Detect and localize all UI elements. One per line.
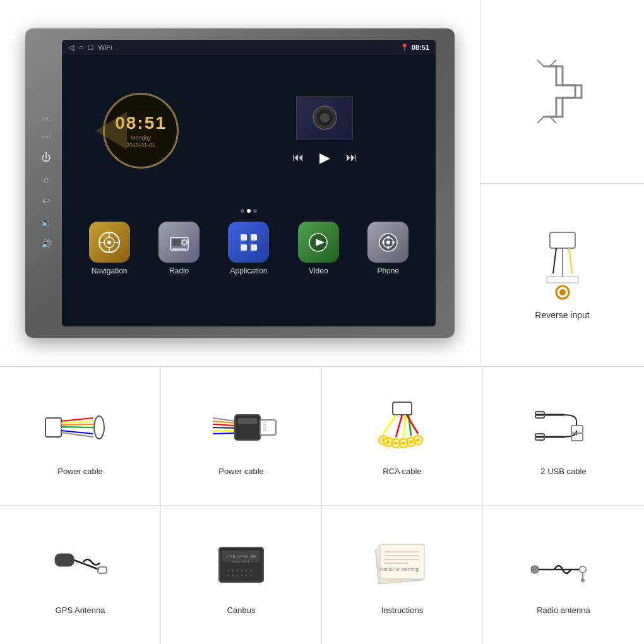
- svg-point-75: [416, 438, 420, 442]
- svg-line-31: [569, 248, 572, 273]
- nav-app-icon[interactable]: Navigation: [89, 222, 130, 275]
- instructions-label: Instructions: [381, 605, 423, 615]
- power-cable-1-cell: Power cable: [0, 367, 161, 506]
- svg-text:Rev: 1P0L: Rev: 1P0L: [232, 560, 251, 564]
- bracket-icon: [525, 54, 600, 129]
- svg-rect-103: [380, 544, 424, 579]
- dot-2: [247, 209, 251, 213]
- svg-text:Thanks for watching!: Thanks for watching!: [379, 567, 420, 572]
- svg-rect-13: [241, 244, 247, 251]
- power-cable-1-label: Power cable: [57, 467, 103, 476]
- power-cable-2-cell: Power cable: [161, 367, 322, 506]
- phone-app-icon[interactable]: Phone: [367, 222, 408, 275]
- svg-point-9: [182, 240, 187, 245]
- svg-point-93: [246, 569, 247, 571]
- video-app-icon[interactable]: Video: [298, 222, 339, 275]
- svg-rect-110: [531, 566, 539, 573]
- fast-forward-button[interactable]: ⏭: [346, 151, 357, 164]
- power-cable-2-icon: [203, 396, 279, 459]
- home-side-button[interactable]: ⌂: [39, 172, 53, 186]
- screen-main: 08:51 Monday 2018-01-01 ⏮ ▶: [62, 55, 436, 326]
- video-icon: [298, 222, 339, 263]
- svg-point-67: [386, 440, 390, 444]
- vol-up-button[interactable]: 🔊: [39, 237, 53, 251]
- clock-triangle: [95, 112, 127, 150]
- rewind-button[interactable]: ⏮: [292, 151, 304, 164]
- svg-line-40: [61, 429, 93, 431]
- svg-rect-84: [98, 567, 107, 573]
- svg-rect-51: [238, 418, 257, 424]
- phone-label: Phone: [377, 266, 399, 275]
- svg-point-21: [392, 241, 395, 244]
- canbus-cell: USB-OPEL-BE Rev: 1P0L Canbus: [161, 506, 322, 645]
- instructions-icon: Thanks for watching!: [364, 535, 440, 598]
- svg-text:USB-OPEL-BE: USB-OPEL-BE: [226, 554, 256, 559]
- recent-btn[interactable]: □: [88, 43, 93, 52]
- rca-cable-label: RCA cable: [383, 467, 421, 476]
- power-cable-1-icon: [42, 396, 118, 459]
- usb-cable-icon: [526, 396, 602, 459]
- dot-1: [241, 209, 244, 213]
- svg-line-25: [537, 117, 544, 123]
- svg-rect-11: [241, 234, 247, 241]
- application-label: Application: [230, 266, 268, 275]
- radio-app-icon[interactable]: Radio: [158, 222, 200, 275]
- play-button[interactable]: ▶: [319, 150, 330, 166]
- svg-point-23: [386, 241, 390, 244]
- svg-point-73: [409, 440, 413, 444]
- app-icons-row: Navigation Radio: [62, 215, 436, 288]
- status-bar: ◁ ○ □ WiFi 📍 08:51: [62, 40, 436, 55]
- wifi-icon: WiFi: [98, 44, 112, 51]
- bottom-grid: Power cable Power: [0, 366, 644, 644]
- svg-point-97: [237, 574, 239, 576]
- radio-antenna-label: Radio antenna: [537, 605, 590, 615]
- svg-point-95: [228, 574, 230, 576]
- svg-rect-34: [547, 277, 578, 283]
- canbus-icon: USB-OPEL-BE Rev: 1P0L: [203, 535, 279, 598]
- radio-icon: [158, 222, 200, 263]
- usb-cable-label: 2 USB cable: [540, 467, 586, 476]
- svg-point-22: [387, 246, 390, 249]
- svg-line-39: [61, 427, 93, 427]
- rst-button[interactable]: RST: [39, 129, 53, 143]
- gps-antenna-label: GPS Antenna: [56, 605, 105, 615]
- album-art: [296, 96, 353, 140]
- svg-rect-35: [45, 418, 61, 437]
- svg-line-29: [553, 248, 556, 273]
- svg-line-46: [213, 424, 235, 426]
- vol-down-button[interactable]: 🔉: [39, 215, 53, 229]
- power-button[interactable]: ⏻: [39, 151, 53, 165]
- reverse-cable-icon: [531, 229, 594, 305]
- svg-rect-12: [251, 234, 257, 241]
- home-btn[interactable]: ○: [79, 43, 83, 52]
- rca-cable-cell: RCA cable: [322, 367, 483, 506]
- video-label: Video: [309, 266, 328, 275]
- canbus-label: Canbus: [227, 605, 256, 615]
- radio-outer: MIC RST ⏻ ⌂ ↩ 🔉 🔊 ◁ ○ □: [25, 28, 455, 338]
- status-right: 📍 08:51: [400, 44, 429, 52]
- back-side-button[interactable]: ↩: [39, 194, 53, 208]
- phone-icon: [367, 222, 408, 263]
- usb-cable-cell: 2 USB cable: [483, 367, 644, 506]
- svg-line-37: [61, 421, 93, 423]
- application-icon: [228, 222, 269, 263]
- right-panel: Reverse input: [480, 0, 644, 366]
- dot-3: [253, 209, 257, 213]
- nav-icon: [89, 222, 130, 263]
- back-btn[interactable]: ◁: [68, 43, 74, 52]
- svg-point-69: [394, 441, 398, 445]
- svg-point-19: [382, 241, 385, 244]
- svg-point-6: [107, 241, 111, 244]
- svg-line-45: [213, 421, 235, 423]
- svg-rect-52: [260, 420, 276, 435]
- svg-rect-28: [550, 232, 575, 248]
- svg-point-91: [237, 569, 239, 571]
- radio-unit: MIC RST ⏻ ⌂ ↩ 🔉 🔊 ◁ ○ □: [0, 0, 480, 366]
- play-controls: ⏮ ▶ ⏭: [292, 150, 357, 166]
- app-app-icon[interactable]: Application: [228, 222, 269, 275]
- clock-date: 2018-01-01: [126, 142, 155, 148]
- svg-line-61: [403, 415, 405, 437]
- svg-line-36: [61, 418, 93, 421]
- svg-point-113: [581, 578, 585, 582]
- svg-rect-57: [393, 402, 412, 415]
